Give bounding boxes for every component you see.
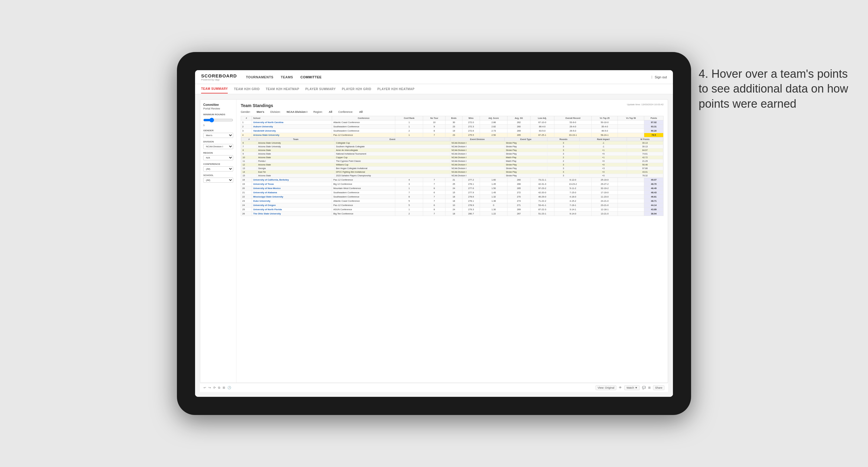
col-avg-sg: Avg. SG bbox=[507, 116, 530, 120]
min-rounds-slider[interactable] bbox=[203, 117, 233, 123]
app-content: Committee Portal Review Minimum Rounds 5… bbox=[195, 94, 673, 397]
sub-table-header: # Team Event Event Division Event Type R… bbox=[241, 137, 663, 141]
col-adj-score: Adj. Score bbox=[480, 116, 507, 120]
sidebar-label-school: School bbox=[203, 174, 233, 177]
filter-row: Gender: Men's Division: NCAA Division I … bbox=[241, 111, 663, 114]
logo-area: SCOREBOARD Powered by clipp bbox=[201, 73, 237, 81]
sub-table-row: 8 Arizona State Amer An Intercollegiate … bbox=[241, 149, 663, 152]
gender-select[interactable]: Men's Women's bbox=[203, 133, 233, 138]
division-filter-label: Division: bbox=[270, 111, 281, 114]
eye-icon: 👁 bbox=[619, 386, 622, 389]
table-row: 26 The Ohio State University Big Ten Con… bbox=[241, 212, 663, 216]
standings-title: Team Standings bbox=[241, 103, 273, 108]
tab-team-h2h-heatmap[interactable]: TEAM H2H HEATMAP bbox=[266, 85, 300, 93]
sidebar-label-gender: Gender bbox=[203, 129, 233, 132]
tab-team-h2h-grid[interactable]: TEAM H2H GRID bbox=[234, 85, 259, 93]
col-low: Low Adj. bbox=[530, 116, 554, 120]
top-nav: SCOREBOARD Powered by clipp TOURNAMENTS … bbox=[195, 70, 673, 84]
nav-sep: | bbox=[651, 75, 652, 79]
sub-table-row: 11 Florida I The Cypress Point Classic N… bbox=[241, 159, 663, 163]
conference-filter-value: All bbox=[359, 111, 363, 114]
table-row: 23 Duke University Atlantic Coast Confer… bbox=[241, 199, 663, 203]
sidebar-label-conference: Conference bbox=[203, 163, 233, 165]
annotation-text: 4. Hover over a team's points to see add… bbox=[699, 66, 850, 111]
conference-select[interactable]: (All) bbox=[203, 166, 233, 172]
table-row: 25 University of North Florida ASUN Conf… bbox=[241, 208, 663, 212]
tablet-shell: SCOREBOARD Powered by clipp TOURNAMENTS … bbox=[177, 52, 691, 415]
grid2-icon[interactable]: ⊞ bbox=[648, 386, 651, 389]
view-original-button[interactable]: View: Original bbox=[595, 385, 616, 390]
copy-icon[interactable]: ⧉ bbox=[218, 386, 220, 390]
conference-filter-label: Conference: bbox=[338, 111, 353, 114]
tablet-screen: SCOREBOARD Powered by clipp TOURNAMENTS … bbox=[195, 70, 673, 397]
table-row: 4 Arizona State University Pac-12 Confer… bbox=[241, 133, 663, 137]
sub-table-row: 14 East Ter DFCC Fighting Illini Invitat… bbox=[241, 170, 663, 174]
table-row: 2 Auburn University Southeastern Confere… bbox=[241, 125, 663, 129]
col-no-tour: No Tour bbox=[423, 116, 445, 120]
table-row: 22 Mississippi State University Southeas… bbox=[241, 195, 663, 199]
table-row: 18 University of California, Berkeley Pa… bbox=[241, 178, 663, 182]
expanded-header-row: # Team Event Event Division Event Type R… bbox=[241, 137, 663, 178]
main-content: Committee Portal Review Minimum Rounds 5… bbox=[195, 94, 673, 397]
watch-button[interactable]: Watch ▼ bbox=[624, 385, 640, 390]
table-header-row: # School Conference Conf Rank No Tour Bn… bbox=[241, 116, 663, 120]
share-button[interactable]: Share bbox=[653, 385, 664, 390]
region-filter-label: Region: bbox=[313, 111, 323, 114]
sidebar-subtitle: Portal Review bbox=[203, 107, 233, 110]
bottom-toolbar: ↩ ↪ ⟳ ⧉ ⊞ 🕐 View: Original 👁 Watch ▼ 💬 ⊞… bbox=[200, 383, 668, 392]
sub-table-row: 12 Arizona State Williams Cup NCAA Divis… bbox=[241, 163, 663, 167]
nav-item-committee[interactable]: COMMITTEE bbox=[300, 74, 322, 80]
division-select[interactable]: NCAA Division I bbox=[203, 144, 233, 149]
clock-icon[interactable]: 🕐 bbox=[227, 386, 231, 389]
school-select[interactable]: (All) bbox=[203, 178, 233, 183]
table-row: 3 Vanderbilt University Southeastern Con… bbox=[241, 129, 663, 133]
left-sidebar: Committee Portal Review Minimum Rounds 5… bbox=[200, 99, 237, 383]
update-time: Update time: 13/03/2024 10:03:42 bbox=[627, 103, 663, 106]
redo-icon[interactable]: ↪ bbox=[208, 386, 211, 389]
col-conf-rank: Conf Rank bbox=[395, 116, 423, 120]
tab-player-summary[interactable]: PLAYER SUMMARY bbox=[305, 85, 336, 93]
sidebar-title: Committee bbox=[203, 103, 233, 106]
sub-table-row: 9 Arizona State National Invitational To… bbox=[241, 152, 663, 156]
sub-nav: TEAM SUMMARY TEAM H2H GRID TEAM H2H HEAT… bbox=[195, 84, 673, 94]
division-filter-value: NCAA Division I bbox=[287, 111, 307, 114]
sign-out-button[interactable]: Sign out bbox=[655, 75, 667, 79]
col-wins: Wins bbox=[462, 116, 480, 120]
grid-icon[interactable]: ⊞ bbox=[223, 386, 225, 389]
sidebar-label-min-rounds: Minimum Rounds bbox=[203, 113, 233, 116]
nav-item-teams[interactable]: TEAMS bbox=[281, 74, 293, 80]
comment-icon[interactable]: 💬 bbox=[642, 386, 646, 389]
table-row: 19 University of Texas Big 12 Conference… bbox=[241, 182, 663, 186]
tab-player-h2h-grid[interactable]: PLAYER H2H GRID bbox=[342, 85, 371, 93]
col-bnds: Bnds bbox=[445, 116, 462, 120]
sub-table-row: 6 Arizona State University Collegiate Cu… bbox=[241, 141, 663, 145]
col-vs-top25: Vs Top 25 bbox=[592, 116, 618, 120]
col-overall: Overall Record bbox=[554, 116, 592, 120]
inner-panel: Committee Portal Review Minimum Rounds 5… bbox=[200, 99, 668, 383]
undo-icon[interactable]: ↩ bbox=[204, 386, 206, 389]
gender-filter-label: Gender: bbox=[241, 111, 251, 114]
standings-header: Team Standings Update time: 13/03/2024 1… bbox=[241, 103, 663, 108]
col-points: Points bbox=[644, 116, 663, 120]
table-row: 21 University of Alabama Southeastern Co… bbox=[241, 191, 663, 195]
col-vs-top50: Vs Top 50 bbox=[618, 116, 644, 120]
logo-text: SCOREBOARD bbox=[201, 73, 237, 78]
refresh-icon[interactable]: ⟳ bbox=[213, 386, 216, 389]
table-row: 24 University of Oregon Pac-12 Conferenc… bbox=[241, 203, 663, 208]
nav-item-tournaments[interactable]: TOURNAMENTS bbox=[246, 74, 273, 80]
table-row: 1 University of North Carolina Atlantic … bbox=[241, 120, 663, 125]
nav-items: TOURNAMENTS TEAMS COMMITTEE bbox=[246, 74, 651, 80]
col-conference: Conference bbox=[332, 116, 395, 120]
gender-filter-value: Men's bbox=[257, 111, 264, 114]
region-filter-value: All bbox=[329, 111, 332, 114]
col-rank: # bbox=[241, 116, 252, 120]
sidebar-label-division: Division bbox=[203, 141, 233, 143]
sub-table-row: 10 Arizona State Copper Cup NCAA Divisio… bbox=[241, 156, 663, 159]
standings-table: # School Conference Conf Rank No Tour Bn… bbox=[241, 116, 663, 216]
tab-team-summary[interactable]: TEAM SUMMARY bbox=[201, 85, 228, 93]
tab-player-h2h-heatmap[interactable]: PLAYER H2H HEATMAP bbox=[377, 85, 415, 93]
sub-table-row: 7 Arizona State University Southern High… bbox=[241, 145, 663, 149]
sub-table-row: 15 Arizona State 2023 Sahalee Players Ch… bbox=[241, 174, 663, 178]
region-select[interactable]: N/A bbox=[203, 155, 233, 160]
col-school: School bbox=[252, 116, 332, 120]
